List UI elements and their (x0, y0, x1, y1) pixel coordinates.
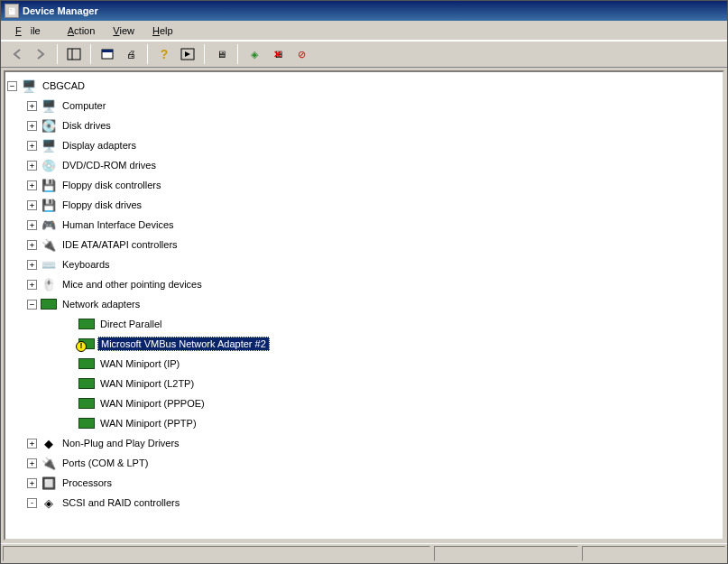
tree-category-network[interactable]: −Network adaptersDirect ParallelMicrosof… (27, 294, 721, 433)
expander-icon[interactable]: + (27, 101, 37, 111)
device-label[interactable]: WAN Miniport (PPTP) (97, 417, 199, 430)
scsi-icon: ◈ (41, 495, 57, 510)
dvd-icon: 💿 (41, 158, 57, 172)
category-label[interactable]: Human Interface Devices (60, 218, 177, 231)
tree-device-item[interactable]: WAN Miniport (L2TP) (65, 374, 721, 393)
category-label[interactable]: SCSI and RAID controllers (60, 496, 182, 509)
device-label[interactable]: Microsoft VMBus Network Adapter #2 (97, 337, 270, 351)
tree-category-mouse[interactable]: +🖱️Mice and other pointing devices (27, 274, 721, 294)
expander-icon[interactable]: + (27, 200, 37, 210)
keyboard-icon: ⌨️ (41, 257, 57, 272)
root-label[interactable]: CBGCAD (40, 79, 88, 92)
category-label[interactable]: DVD/CD-ROM drives (60, 159, 159, 171)
tree-category-ports[interactable]: +🔌Ports (COM & LPT) (27, 453, 721, 473)
device-label[interactable]: WAN Miniport (IP) (97, 357, 182, 370)
cpu-icon: 🔲 (41, 476, 57, 490)
category-label[interactable]: Mice and other pointing devices (60, 278, 205, 291)
disable-button[interactable]: ⊘ (290, 43, 312, 65)
expander-icon[interactable]: + (27, 439, 37, 448)
tree-device-item[interactable]: Direct Parallel (65, 314, 721, 334)
update-driver-button[interactable]: ◈ (244, 43, 265, 65)
tree-category-floppyctrl[interactable]: +💾Floppy disk controllers (27, 175, 721, 195)
tree-category-computer[interactable]: +🖥️Computer (27, 96, 721, 116)
tree-category-disk[interactable]: +💽Disk drives (27, 116, 721, 135)
tree-category-hid[interactable]: +🎮Human Interface Devices (27, 215, 721, 235)
floppy-icon: 💾 (41, 198, 57, 212)
expander-icon[interactable]: − (7, 81, 17, 91)
tree-category-keyboard[interactable]: +⌨️Keyboards (27, 254, 721, 274)
floppyctrl-icon: 💾 (41, 178, 57, 192)
expander-icon[interactable]: + (27, 141, 37, 151)
expander-icon[interactable]: + (27, 161, 37, 171)
mouse-icon: 🖱️ (41, 277, 57, 291)
forward-button[interactable] (30, 43, 51, 65)
svg-rect-0 (68, 49, 80, 60)
network-adapter-icon (78, 317, 95, 331)
titlebar[interactable]: 🖥 Device Manager (1, 1, 727, 21)
tree-category-dvd[interactable]: +💿DVD/CD-ROM drives (27, 155, 721, 175)
expander-icon[interactable]: + (27, 180, 37, 190)
back-button[interactable] (6, 43, 28, 65)
tree-category-cpu[interactable]: +🔲Processors (27, 473, 721, 493)
expander-icon[interactable]: + (27, 121, 37, 131)
tree-category-display[interactable]: +🖥️Display adapters (27, 135, 721, 155)
menu-view[interactable]: View (104, 23, 143, 38)
expander-icon[interactable]: + (27, 260, 37, 270)
menubar: File Action View Help (1, 21, 727, 41)
category-label[interactable]: IDE ATA/ATAPI controllers (60, 238, 180, 251)
tree-category-ide[interactable]: +🔌IDE ATA/ATAPI controllers (27, 235, 721, 254)
device-label[interactable]: Direct Parallel (97, 318, 164, 330)
device-tree-panel[interactable]: − 🖥️ CBGCAD +🖥️Computer+💽Disk drives+🖥️D… (4, 70, 724, 541)
show-hidden-button[interactable] (177, 43, 198, 65)
tree-category-nonpnp[interactable]: +◆Non-Plug and Play Drivers (27, 433, 721, 453)
category-label[interactable]: Non-Plug and Play Drivers (60, 437, 182, 449)
svg-rect-3 (102, 50, 113, 52)
category-label[interactable]: Keyboards (60, 258, 113, 271)
expander-icon[interactable]: - (27, 498, 37, 508)
uninstall-button[interactable]: 🖥✕ (267, 43, 289, 65)
toolbar-separator (90, 44, 91, 64)
scan-button[interactable]: 🖥 (210, 43, 232, 65)
category-label[interactable]: Ports (COM & LPT) (60, 457, 151, 469)
category-label[interactable]: Display adapters (60, 139, 139, 152)
status-panel-3 (582, 546, 725, 561)
device-label[interactable]: WAN Miniport (L2TP) (97, 377, 197, 390)
category-label[interactable]: Processors (60, 476, 115, 489)
tree-category-floppy[interactable]: +💾Floppy disk drives (27, 195, 721, 215)
category-label[interactable]: Computer (60, 99, 108, 112)
help-button[interactable]: ? (153, 43, 175, 65)
tree-device-item[interactable]: WAN Miniport (PPPOE) (65, 393, 721, 413)
ide-icon: 🔌 (41, 237, 57, 252)
tree-device-item[interactable]: Microsoft VMBus Network Adapter #2 (65, 334, 721, 354)
device-label[interactable]: WAN Miniport (PPPOE) (97, 397, 207, 410)
category-label[interactable]: Network adapters (60, 298, 143, 310)
network-adapter-icon (78, 356, 95, 371)
menu-file[interactable]: File (6, 23, 59, 38)
properties-button[interactable] (97, 43, 118, 65)
expander-icon[interactable]: + (27, 280, 37, 290)
tree-device-item[interactable]: WAN Miniport (IP) (65, 354, 721, 374)
category-label[interactable]: Disk drives (60, 119, 114, 132)
show-tree-button[interactable] (63, 43, 85, 65)
expander-icon[interactable]: + (27, 240, 37, 250)
expander-icon[interactable]: + (27, 478, 37, 488)
expander-icon[interactable]: + (27, 458, 37, 468)
status-panel-1 (3, 546, 430, 561)
print-button[interactable]: 🖨 (120, 43, 142, 65)
category-label[interactable]: Floppy disk controllers (60, 179, 163, 191)
window-title: Device Manager (23, 5, 98, 16)
toolbar-separator (237, 44, 238, 64)
tree-device-item[interactable]: WAN Miniport (PPTP) (65, 413, 721, 433)
computer-icon: 🖥️ (21, 79, 37, 93)
device-tree[interactable]: − 🖥️ CBGCAD +🖥️Computer+💽Disk drives+🖥️D… (7, 76, 721, 513)
ports-icon: 🔌 (41, 456, 57, 470)
tree-category-scsi[interactable]: -◈SCSI and RAID controllers (27, 493, 721, 513)
network-adapter-icon (78, 416, 95, 430)
expander-icon[interactable]: + (27, 220, 37, 230)
menu-help[interactable]: Help (143, 23, 182, 38)
status-panel-2 (434, 546, 577, 561)
tree-root[interactable]: − 🖥️ CBGCAD +🖥️Computer+💽Disk drives+🖥️D… (7, 76, 721, 513)
category-label[interactable]: Floppy disk drives (60, 199, 144, 211)
menu-action[interactable]: Action (59, 23, 105, 38)
expander-icon[interactable]: − (27, 300, 37, 310)
